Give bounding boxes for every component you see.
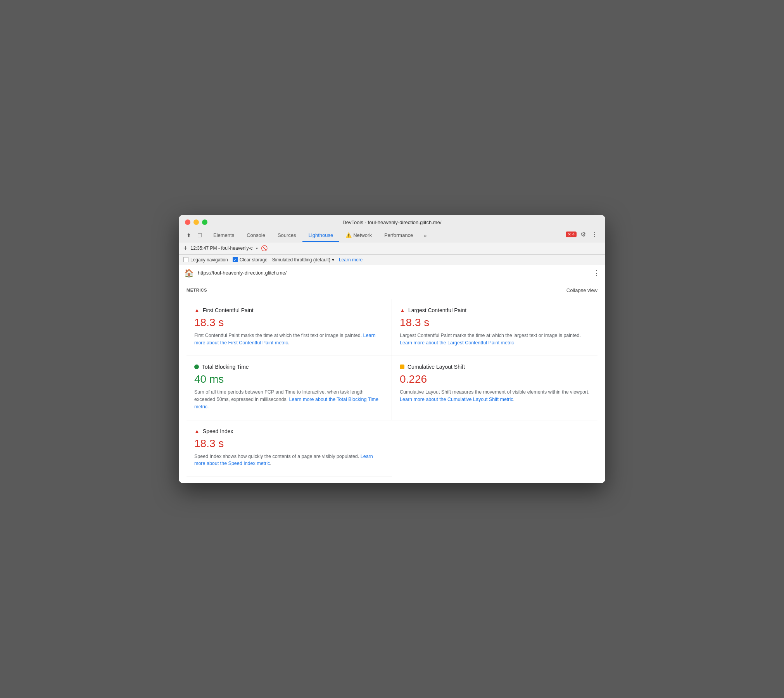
devtools-window: DevTools - foul-heavenly-direction.glitc… — [179, 215, 605, 483]
session-dropdown[interactable]: ▾ — [256, 246, 258, 251]
legacy-navigation-label: Legacy navigation — [190, 257, 228, 263]
options-toolbar: Legacy navigation ✓ Clear storage Simula… — [179, 255, 605, 265]
throttling-label: Simulated throttling (default) — [272, 257, 330, 263]
tab-bar-right: ✕ 4 ⚙ ⋮ — [566, 229, 599, 242]
fcp-description: First Contentful Paint marks the time at… — [194, 332, 384, 347]
clear-storage-checkbox[interactable]: ✓ — [233, 257, 238, 262]
metric-tbt: Total Blocking Time 40 ms Sum of all tim… — [187, 356, 392, 420]
learn-more-link[interactable]: Learn more — [339, 257, 363, 263]
devtools-icons: ⬆ ☐ — [185, 231, 204, 240]
window-title: DevTools - foul-heavenly-direction.glitc… — [342, 219, 441, 225]
throttling-dropdown[interactable]: Simulated throttling (default) ▾ — [272, 257, 334, 263]
tab-elements[interactable]: Elements — [207, 229, 240, 242]
si-status-icon: ▲ — [194, 428, 200, 434]
cursor-icon[interactable]: ⬆ — [185, 231, 193, 240]
si-name: Speed Index — [203, 428, 233, 434]
metrics-title: METRICS — [187, 288, 207, 292]
cls-learn-more[interactable]: Learn more about the Cumulative Layout S… — [400, 397, 513, 402]
si-description: Speed Index shows how quickly the conten… — [194, 453, 384, 468]
clear-storage-item[interactable]: ✓ Clear storage — [233, 257, 268, 263]
tab-lighthouse[interactable]: Lighthouse — [302, 229, 340, 242]
metric-si: ▲ Speed Index 18.3 s Speed Index shows h… — [187, 420, 392, 477]
metric-cls-header: Cumulative Layout Shift — [400, 364, 590, 370]
metric-empty — [392, 420, 597, 477]
metric-lcp: ▲ Largest Contentful Paint 18.3 s Larges… — [392, 299, 597, 356]
lcp-name: Largest Contentful Paint — [408, 307, 466, 313]
tab-network[interactable]: ⚠️Network — [339, 229, 378, 242]
error-icon: ✕ — [568, 232, 571, 237]
add-session-button[interactable]: + — [183, 244, 188, 252]
lcp-description: Largest Contentful Paint marks the time … — [400, 332, 590, 347]
lcp-status-icon: ▲ — [400, 307, 405, 313]
error-count: 4 — [572, 232, 575, 237]
fcp-name: First Contentful Paint — [203, 307, 254, 313]
metric-fcp-header: ▲ First Contentful Paint — [194, 307, 384, 313]
tab-bar: ⬆ ☐ Elements Console Sources Lighthouse … — [185, 229, 599, 242]
metric-tbt-header: Total Blocking Time — [194, 364, 384, 370]
window-controls — [185, 219, 207, 225]
inspect-icon[interactable]: ☐ — [196, 231, 204, 240]
tbt-status-icon — [194, 365, 199, 369]
legacy-navigation-checkbox[interactable] — [183, 257, 188, 262]
error-badge: ✕ 4 — [566, 232, 577, 237]
close-button[interactable] — [185, 219, 190, 225]
url-text: https://foul-heavenly-direction.glitch.m… — [198, 270, 589, 276]
lcp-learn-more[interactable]: Learn more about the Largest Contentful … — [400, 340, 514, 346]
minimize-button[interactable] — [193, 219, 199, 225]
tab-console[interactable]: Console — [240, 229, 271, 242]
tab-more-button[interactable]: » — [420, 230, 430, 242]
url-menu-button[interactable]: ⋮ — [593, 269, 600, 277]
warning-icon: ⚠️ — [345, 232, 352, 238]
collapse-button[interactable]: Collapse view — [566, 287, 597, 293]
tbt-description: Sum of all time periods between FCP and … — [194, 389, 384, 410]
legacy-navigation-item[interactable]: Legacy navigation — [183, 257, 228, 263]
lighthouse-icon: 🏠 — [184, 268, 194, 278]
cls-value: 0.226 — [400, 373, 590, 385]
metric-cls: Cumulative Layout Shift 0.226 Cumulative… — [392, 356, 597, 420]
url-bar: 🏠 https://foul-heavenly-direction.glitch… — [179, 265, 605, 281]
metric-fcp: ▲ First Contentful Paint 18.3 s First Co… — [187, 299, 392, 356]
settings-icon[interactable]: ⚙ — [579, 229, 587, 240]
throttling-arrow: ▾ — [332, 257, 334, 263]
clear-storage-label: Clear storage — [240, 257, 268, 263]
cls-name: Cumulative Layout Shift — [408, 364, 465, 370]
fcp-value: 18.3 s — [194, 316, 384, 329]
si-value: 18.3 s — [194, 437, 384, 450]
metric-lcp-header: ▲ Largest Contentful Paint — [400, 307, 590, 313]
tbt-name: Total Blocking Time — [202, 364, 249, 370]
maximize-button[interactable] — [202, 219, 207, 225]
timestamp-toolbar: + 12:35:47 PM - foul-heavenly-c ▾ 🚫 — [179, 242, 605, 255]
main-content: METRICS Collapse view ▲ First Contentful… — [179, 281, 605, 483]
tbt-value: 40 ms — [194, 373, 384, 385]
metrics-header: METRICS Collapse view — [187, 287, 597, 293]
metrics-grid: ▲ First Contentful Paint 18.3 s First Co… — [187, 299, 597, 477]
title-bar: DevTools - foul-heavenly-direction.glitc… — [179, 215, 605, 242]
lcp-value: 18.3 s — [400, 316, 590, 329]
cls-status-icon — [400, 365, 404, 369]
block-icon[interactable]: 🚫 — [261, 245, 268, 251]
tab-performance[interactable]: Performance — [378, 229, 419, 242]
cls-description: Cumulative Layout Shift measures the mov… — [400, 389, 590, 403]
more-options-icon[interactable]: ⋮ — [590, 229, 599, 240]
metric-si-header: ▲ Speed Index — [194, 428, 384, 434]
fcp-status-icon: ▲ — [194, 307, 200, 313]
timestamp-label: 12:35:47 PM - foul-heavenly-c — [191, 245, 253, 251]
tab-sources[interactable]: Sources — [271, 229, 302, 242]
